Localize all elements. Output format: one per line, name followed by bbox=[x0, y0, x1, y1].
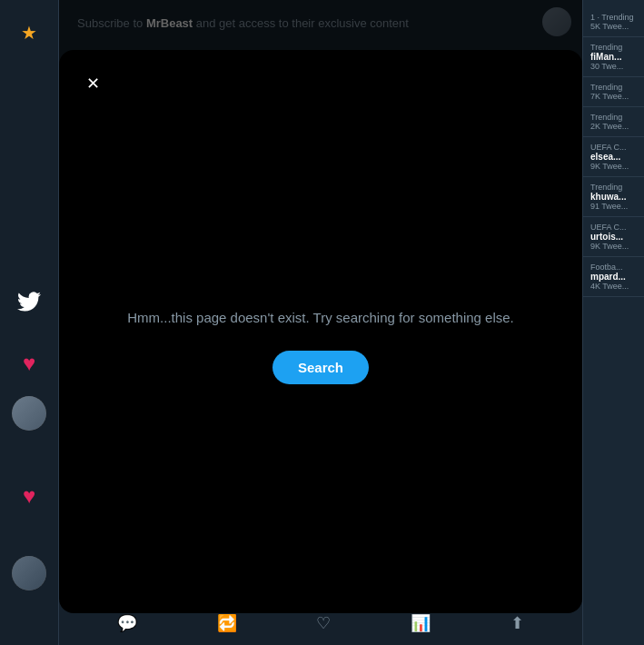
share-icon[interactable]: ⬆ bbox=[510, 613, 524, 633]
trend-count-1: 5K Twee... bbox=[590, 22, 637, 31]
heart-icon: ♥ bbox=[23, 351, 35, 376]
trend-count-6: 91 Twee... bbox=[590, 202, 637, 211]
trend-item-6[interactable]: Trending khuwa... 91 Twee... bbox=[583, 177, 644, 217]
modal-close-button[interactable]: ✕ bbox=[77, 68, 108, 99]
trend-label-7: UEFA C... bbox=[590, 223, 637, 232]
trend-label-8: Footba... bbox=[590, 263, 637, 272]
sidebar-avatar[interactable] bbox=[12, 396, 46, 431]
trend-name-8: mpard... bbox=[590, 272, 637, 282]
trend-label-2: Trending bbox=[590, 43, 637, 52]
modal-message: Hmm...this page doesn't exist. Try searc… bbox=[127, 310, 514, 325]
avatar-image-bottom bbox=[12, 556, 46, 590]
avatar-image bbox=[12, 396, 46, 431]
left-sidebar: ★ ♥ ♥ bbox=[0, 0, 59, 645]
heart-icon-2: ♥ bbox=[23, 483, 35, 509]
trend-count-2: 30 Twe... bbox=[590, 62, 637, 71]
trend-item-2[interactable]: Trending fiMan... 30 Twe... bbox=[583, 37, 644, 77]
twitter-bird-icon bbox=[17, 290, 41, 313]
trend-item-5[interactable]: UEFA C... elseа... 9K Twee... bbox=[583, 137, 644, 177]
trend-item-3[interactable]: Trending 7K Twee... bbox=[583, 77, 644, 107]
right-trending-panel: 1 · Trending 5K Twee... Trending fiMan..… bbox=[582, 0, 644, 645]
trend-item-4[interactable]: Trending 2K Twee... bbox=[583, 107, 644, 137]
trend-name-5: elseа... bbox=[590, 152, 637, 162]
like-icon[interactable]: ♡ bbox=[316, 613, 331, 633]
star-icon: ★ bbox=[21, 22, 37, 44]
trend-count-7: 9K Twee... bbox=[590, 242, 637, 251]
sidebar-like-icon[interactable]: ♥ bbox=[7, 342, 51, 385]
sidebar-home-icon[interactable] bbox=[7, 280, 51, 323]
trend-name-6: khuwa... bbox=[590, 192, 637, 202]
trend-name-7: urtois... bbox=[590, 232, 637, 242]
trend-item-1[interactable]: 1 · Trending 5K Twee... bbox=[583, 7, 644, 37]
sidebar-avatar-bottom[interactable] bbox=[12, 556, 46, 590]
trend-label-4: Trending bbox=[590, 113, 637, 122]
trend-count-3: 7K Twee... bbox=[590, 92, 637, 101]
search-button[interactable]: Search bbox=[272, 351, 369, 384]
trend-count-5: 9K Twee... bbox=[590, 162, 637, 171]
trend-label-6: Trending bbox=[590, 183, 637, 192]
reply-icon[interactable]: 💬 bbox=[117, 613, 137, 633]
sidebar-like-icon-2[interactable]: ♥ bbox=[7, 474, 51, 518]
sidebar-star-icon[interactable]: ★ bbox=[7, 11, 51, 55]
trend-item-7[interactable]: UEFA C... urtois... 9K Twee... bbox=[583, 217, 644, 257]
trend-item-8[interactable]: Footba... mpard... 4K Twee... bbox=[583, 257, 644, 297]
trend-count-4: 2K Twee... bbox=[590, 122, 637, 131]
trend-label-3: Trending bbox=[590, 83, 637, 92]
trend-label-1: 1 · Trending bbox=[590, 13, 637, 22]
modal-dialog: ✕ Hmm...this page doesn't exist. Try sea… bbox=[59, 50, 582, 613]
modal-overlay: ✕ Hmm...this page doesn't exist. Try sea… bbox=[59, 0, 582, 600]
trend-count-8: 4K Twee... bbox=[590, 282, 637, 291]
retweet-icon[interactable]: 🔁 bbox=[217, 613, 237, 633]
trend-label-5: UEFA C... bbox=[590, 143, 637, 152]
trend-name-2: fiMan... bbox=[590, 52, 637, 62]
analytics-icon[interactable]: 📊 bbox=[411, 613, 431, 633]
modal-content: Hmm...this page doesn't exist. Try searc… bbox=[77, 99, 564, 595]
